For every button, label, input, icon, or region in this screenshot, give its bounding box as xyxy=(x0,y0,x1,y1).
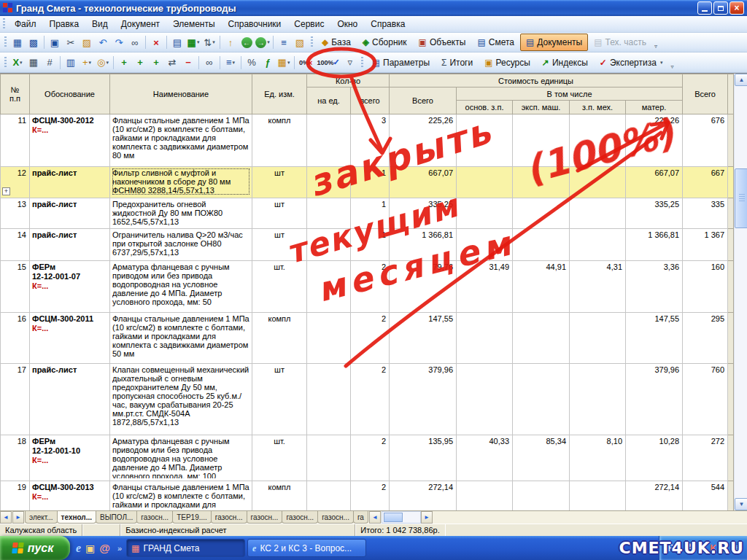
calendar-button[interactable]: ▦▾ xyxy=(276,55,292,71)
table-row[interactable]: 16ФСЦМ-300-2011К=...Фланцы стальные давл… xyxy=(1,313,734,364)
col-header-row-total[interactable]: Всего xyxy=(683,74,728,114)
convert-button[interactable]: ◎▾ xyxy=(95,55,111,71)
add-section-button[interactable]: + xyxy=(116,55,132,71)
browser-task[interactable]: eКС 2 и КС 3 - Вопрос... xyxy=(247,539,366,557)
sheet-tab-9[interactable]: га xyxy=(353,511,368,524)
move-row-button[interactable]: ⇄ xyxy=(164,55,180,71)
properties-button[interactable]: ▤ xyxy=(169,34,185,50)
col-header-qty-total[interactable]: всего xyxy=(351,88,390,114)
toolbar2-overflow-button[interactable]: ▿ xyxy=(342,55,358,71)
indexes-button[interactable]: ↗Индексы xyxy=(536,54,594,71)
sheet-tab-3[interactable]: газосн... xyxy=(136,511,173,524)
col-header-unit[interactable]: Ед. изм. xyxy=(252,74,307,114)
calculator-button[interactable]: # xyxy=(42,55,58,71)
note-button[interactable]: ▧ xyxy=(292,34,308,50)
totals-button[interactable]: ΣИтоги xyxy=(436,54,479,71)
sbornik-button[interactable]: ◈Сборник xyxy=(357,34,413,51)
list-view-button[interactable]: ≡▾ xyxy=(222,55,239,71)
back-button[interactable]: ← xyxy=(239,34,255,50)
scroll-down-icon[interactable]: ▼ xyxy=(735,498,747,510)
table-row[interactable]: 15ФЕРм12-12-001-07К=...Арматура фланцева… xyxy=(1,261,734,313)
grand-smeta-task[interactable]: ▦ГРАНД Смета xyxy=(126,539,245,557)
table-row[interactable]: 17прайс-листКлапан совмещенный механичес… xyxy=(1,364,734,435)
table-row[interactable]: 19ФСЦМ-300-2013К=...Фланцы стальные давл… xyxy=(1,481,734,511)
sheet-tab-2[interactable]: ВЫПОЛ... xyxy=(96,511,137,524)
col-header-name[interactable]: Наименование xyxy=(110,74,252,114)
close-100-button[interactable]: 100%✓ xyxy=(314,55,341,71)
coefficient-button[interactable]: ƒ xyxy=(260,55,276,71)
menu-item-Вид[interactable]: Вид xyxy=(85,17,115,31)
sheet-tab-7[interactable]: газосн... xyxy=(282,511,318,524)
save-all-button[interactable]: ▩ xyxy=(26,34,42,50)
redo-button[interactable]: ↷ xyxy=(111,34,127,50)
toolbar1-overflow-icon[interactable]: ▿ xyxy=(654,43,657,52)
delete-button[interactable]: × xyxy=(148,34,164,50)
start-button[interactable]: пуск xyxy=(0,536,70,560)
vertical-scrollbar[interactable]: ▲ ▼ xyxy=(734,74,747,510)
image-viewer-icon[interactable]: ▣ xyxy=(85,543,95,553)
add-row-button[interactable]: + xyxy=(132,55,148,71)
col-header-num[interactable]: № п.п xyxy=(1,74,30,114)
sheet-tab-4[interactable]: ТЕР19.... xyxy=(172,511,212,524)
folder-up-button[interactable]: ↑ xyxy=(222,34,239,50)
menu-item-Сервис[interactable]: Сервис xyxy=(287,17,330,31)
ie-icon[interactable]: e xyxy=(76,542,81,554)
menu-item-Справка[interactable]: Справка xyxy=(364,17,411,31)
delete-row-button[interactable]: − xyxy=(180,55,196,71)
add-position-button[interactable]: +▾ xyxy=(79,55,95,71)
layout-button[interactable]: ≡ xyxy=(276,34,292,50)
tab-scroll-left-icon[interactable]: ◄ xyxy=(0,511,12,524)
col-header-materials[interactable]: матер. xyxy=(626,101,683,114)
col-header-cost-total[interactable]: Всего xyxy=(390,88,457,114)
menu-item-Документ[interactable]: Документ xyxy=(115,17,166,31)
export-excel-button[interactable]: X▾ xyxy=(9,55,26,71)
col-header-machines[interactable]: эксп. маш. xyxy=(513,101,570,114)
scrollbar-thumb[interactable] xyxy=(735,168,747,228)
insert-row-button[interactable]: + xyxy=(148,55,164,71)
menu-item-Окно[interactable]: Окно xyxy=(330,17,364,31)
col-header-justification[interactable]: Обоснование xyxy=(30,74,110,114)
smeta-button[interactable]: ▤Смета xyxy=(471,34,520,51)
percent-button[interactable]: % xyxy=(244,55,260,71)
sheet-tab-8[interactable]: газосн... xyxy=(317,511,354,524)
resources-button[interactable]: ▣Ресурсы xyxy=(479,54,536,71)
sheet-tab-1[interactable]: технол... xyxy=(57,511,96,524)
expertise-button[interactable]: ✓Экспертиза▾ xyxy=(594,54,669,71)
documents-button[interactable]: ▤Документы xyxy=(520,34,588,51)
menu-item-Файл[interactable]: Файл xyxy=(8,17,43,31)
view-table-button[interactable]: ▦▾ xyxy=(185,34,201,50)
hscrollbar-thumb[interactable] xyxy=(384,513,403,522)
menu-item-Справочники[interactable]: Справочники xyxy=(222,17,288,31)
sheet-tab-6[interactable]: газосн... xyxy=(247,511,283,524)
restore-button[interactable] xyxy=(713,1,728,15)
row-expander-icon[interactable]: + xyxy=(2,187,10,195)
toolbar2-more-icon[interactable]: ▿ xyxy=(670,63,673,72)
menu-item-Элементы[interactable]: Элементы xyxy=(166,17,222,31)
forward-button[interactable]: →▾ xyxy=(255,34,271,50)
minimize-button[interactable] xyxy=(697,1,712,15)
sheet-tab-5[interactable]: газосн... xyxy=(211,511,247,524)
horizontal-scrollbar[interactable] xyxy=(382,511,421,524)
base-button[interactable]: ◆База xyxy=(316,34,357,51)
copy-button[interactable]: ▣ xyxy=(47,34,63,50)
table-row[interactable]: 11ФСЦМ-300-2012К=...Фланцы стальные давл… xyxy=(1,114,734,167)
col-header-qty-per-unit[interactable]: на ед. xyxy=(307,88,351,114)
scroll-up-icon[interactable]: ▲ xyxy=(735,74,747,86)
col-header-qty[interactable]: Кол-во xyxy=(307,74,390,88)
close-0-button[interactable]: 0%× xyxy=(297,55,314,71)
hscroll-left-icon[interactable]: ◄ xyxy=(369,511,381,524)
mail-agent-icon[interactable]: @ xyxy=(99,542,110,553)
col-header-mach-wage[interactable]: з.п. мех. xyxy=(570,101,626,114)
menu-item-Правка[interactable]: Правка xyxy=(43,17,86,31)
col-header-including[interactable]: В том числе xyxy=(457,88,683,101)
table-row[interactable]: 14прайс-листОграничитель налива Q>20 м3/… xyxy=(1,229,734,261)
cut-button[interactable]: ✂ xyxy=(63,34,79,50)
table-row[interactable]: 13прайс-листПредохранитель огневой жидко… xyxy=(1,198,734,229)
tab-scroll-right-icon[interactable]: ► xyxy=(12,511,24,524)
table-row[interactable]: 12+прайс-листФильтр сливной с муфтой и н… xyxy=(1,167,734,198)
col-header-basic-wage[interactable]: основ. з.п. xyxy=(457,101,513,114)
hscroll-right-icon[interactable]: ► xyxy=(421,511,433,524)
grid-button[interactable]: ▦ xyxy=(26,55,42,71)
find-position-button[interactable]: ∞ xyxy=(201,55,217,71)
parameters-button[interactable]: ▤Параметры xyxy=(366,54,436,71)
